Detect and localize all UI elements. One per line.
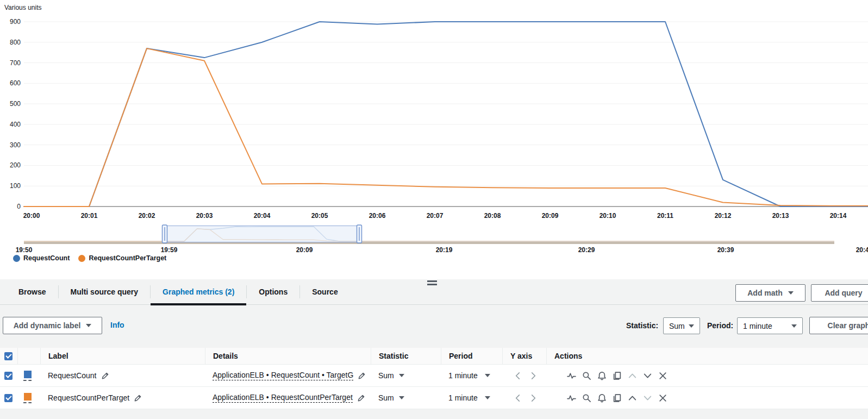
svg-text:20:09: 20:09: [296, 246, 313, 254]
svg-text:200: 200: [10, 161, 21, 169]
remove-metric-icon[interactable]: [658, 371, 667, 380]
yaxis-left-icon[interactable]: [514, 394, 521, 402]
zoom-metric-icon[interactable]: [582, 371, 591, 380]
main-chart[interactable]: 900800700600500400300200100020:0020:0120…: [0, 0, 868, 223]
legend-item-requestcountpertarget[interactable]: RequestCountPerTarget: [78, 254, 166, 262]
statistic-label: Statistic:: [626, 317, 658, 334]
svg-text:20:07: 20:07: [427, 212, 444, 220]
tab-options[interactable]: Options: [247, 279, 299, 305]
yaxis-right-icon[interactable]: [530, 394, 537, 402]
svg-text:20:01: 20:01: [81, 212, 98, 220]
svg-text:100: 100: [10, 182, 21, 190]
column-header-statistic: Statistic: [371, 348, 441, 364]
move-up-icon[interactable]: [628, 393, 637, 403]
caret-down-icon: [791, 324, 797, 328]
svg-text:20:09: 20:09: [542, 212, 559, 220]
legend-item-requestcount[interactable]: RequestCount: [13, 254, 70, 262]
period-select[interactable]: 1 minute: [737, 317, 803, 334]
move-down-icon[interactable]: [643, 371, 652, 380]
chart-legend: RequestCount RequestCountPerTarget: [13, 254, 166, 262]
graph-this-metric-icon[interactable]: [567, 393, 576, 403]
edit-details-icon[interactable]: [357, 394, 365, 402]
svg-text:20:02: 20:02: [139, 212, 155, 220]
svg-text:20:10: 20:10: [600, 212, 616, 220]
metric-details[interactable]: ApplicationELB • RequestCountPerTarget: [213, 393, 353, 403]
edit-label-icon[interactable]: [101, 372, 109, 380]
create-alarm-icon[interactable]: [597, 371, 607, 380]
legend-color-dot: [13, 255, 20, 262]
tab-graphed-metrics[interactable]: Graphed metrics (2): [151, 279, 246, 305]
create-alarm-icon[interactable]: [597, 393, 607, 403]
clear-graph-button[interactable]: Clear graph: [809, 317, 868, 334]
svg-text:20:00: 20:00: [23, 212, 40, 220]
table-header-row: Label Details Statistic Period Y axis Ac…: [0, 348, 868, 365]
add-query-button[interactable]: Add query: [811, 284, 868, 302]
metric-details[interactable]: ApplicationELB • RequestCount • TargetG: [213, 371, 353, 380]
table-row: RequestCount ApplicationELB • RequestCou…: [0, 365, 868, 387]
cloudwatch-metrics-page: Various units 90080070060050040030020010…: [0, 0, 868, 419]
zoom-metric-icon[interactable]: [582, 393, 591, 403]
row-statistic-dropdown[interactable]: Sum: [371, 393, 441, 402]
metric-label: RequestCountPerTarget: [48, 393, 129, 402]
svg-text:900: 900: [10, 18, 21, 26]
tab-source[interactable]: Source: [300, 279, 349, 305]
column-header-yaxis: Y axis: [502, 348, 546, 364]
column-header-details: Details: [205, 348, 371, 364]
duplicate-icon[interactable]: [613, 393, 622, 403]
add-math-button[interactable]: Add math: [735, 284, 805, 302]
svg-text:20:39: 20:39: [717, 246, 734, 254]
graph-this-metric-icon[interactable]: [567, 371, 576, 380]
timeline-brush-chart[interactable]: 19:5019:5920:0920:1920:2920:3920:49: [0, 224, 868, 254]
svg-text:300: 300: [10, 141, 21, 149]
add-dynamic-label-button[interactable]: Add dynamic label: [3, 317, 102, 334]
remove-metric-icon[interactable]: [658, 393, 667, 403]
series-color-swatch[interactable]: [23, 371, 32, 381]
edit-label-icon[interactable]: [134, 394, 142, 402]
svg-text:800: 800: [10, 39, 21, 46]
row-period-dropdown[interactable]: 1 minute: [441, 371, 502, 380]
svg-text:400: 400: [10, 121, 21, 128]
svg-text:20:11: 20:11: [657, 212, 673, 220]
svg-text:20:05: 20:05: [311, 212, 328, 220]
svg-text:600: 600: [10, 79, 21, 87]
svg-text:20:04: 20:04: [254, 212, 271, 220]
svg-text:20:03: 20:03: [196, 212, 213, 220]
move-up-icon: [628, 371, 637, 380]
tab-browse[interactable]: Browse: [7, 279, 58, 305]
svg-text:20:14: 20:14: [830, 212, 847, 220]
caret-down-icon: [86, 324, 91, 327]
svg-text:20:13: 20:13: [772, 212, 789, 220]
svg-text:20:29: 20:29: [578, 246, 595, 254]
row-checkbox[interactable]: [4, 394, 13, 402]
select-all-checkbox[interactable]: [4, 352, 13, 360]
legend-label: RequestCount: [23, 254, 70, 262]
svg-text:20:06: 20:06: [369, 212, 386, 220]
svg-text:500: 500: [10, 100, 21, 108]
duplicate-icon[interactable]: [613, 371, 622, 380]
svg-text:700: 700: [10, 59, 21, 67]
info-link[interactable]: Info: [110, 321, 124, 329]
yaxis-left-icon[interactable]: [514, 372, 521, 380]
series-color-swatch[interactable]: [23, 393, 32, 403]
tab-multi-source-query[interactable]: Multi source query: [59, 279, 150, 305]
row-statistic-dropdown[interactable]: Sum: [371, 371, 441, 380]
svg-text:0: 0: [17, 203, 21, 210]
column-header-actions: Actions: [546, 348, 868, 364]
yaxis-right-icon[interactable]: [530, 372, 537, 380]
metric-label: RequestCount: [48, 371, 97, 380]
row-period-dropdown[interactable]: 1 minute: [441, 393, 502, 402]
caret-down-icon: [788, 291, 794, 295]
legend-color-dot: [78, 255, 85, 262]
svg-text:20:49: 20:49: [856, 246, 868, 254]
caret-down-icon: [399, 396, 404, 399]
statistic-select[interactable]: Sum: [663, 317, 700, 334]
row-checkbox[interactable]: [4, 372, 13, 380]
column-header-period: Period: [441, 348, 502, 364]
table-row: RequestCountPerTarget ApplicationELB • R…: [0, 387, 868, 409]
edit-details-icon[interactable]: [358, 372, 366, 380]
svg-text:19:59: 19:59: [161, 246, 178, 254]
svg-text:19:50: 19:50: [16, 246, 33, 254]
move-down-icon: [643, 393, 652, 403]
svg-text:20:12: 20:12: [715, 212, 732, 220]
caret-down-icon: [689, 324, 694, 328]
